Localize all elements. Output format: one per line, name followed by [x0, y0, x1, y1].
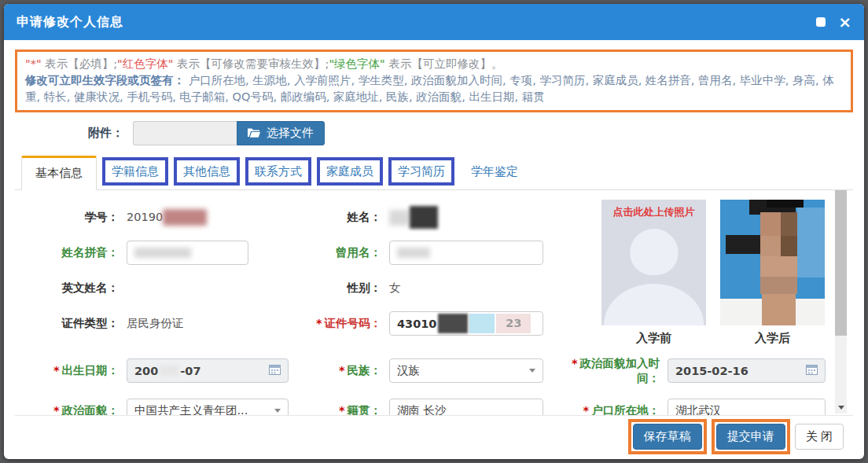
annotation-box-tab-study-history: 学习简历 [388, 157, 454, 186]
name-redaction-dark [410, 206, 438, 229]
tab-bar: 基本信息 学籍信息 其他信息 联系方式 家庭成员 学习简历 学年鉴定 [15, 154, 853, 190]
id-number-input[interactable]: 4301023 [389, 311, 543, 336]
tab-contact[interactable]: 联系方式 [255, 164, 302, 178]
folder-icon [248, 127, 260, 140]
tab-study-history[interactable]: 学习简历 [398, 164, 445, 178]
id-type-label: 证件类型： [24, 316, 127, 331]
native-place-label: *籍贯： [293, 403, 389, 415]
dialog-footer: 保存草稿 提交申请 关 闭 [15, 415, 853, 459]
former-name-input[interactable] [389, 241, 543, 265]
household-label: *户口所在地： [568, 403, 668, 415]
upload-photo-hint: 点击此处上传照片 [601, 205, 706, 219]
id-type-value: 居民身份证 [127, 316, 293, 331]
choose-file-label: 选择文件 [267, 126, 314, 141]
tab-other-info[interactable]: 其他信息 [183, 164, 230, 178]
notice-line-legend: "*" 表示【必填】;"红色字体" 表示【可修改需要审核生效】;"绿色字体" 表… [25, 56, 843, 72]
chevron-down-icon [529, 369, 535, 373]
pinyin-redaction [134, 248, 191, 258]
desktop-background: 申请修改个人信息 × "*" 表示【必填】;"红色字体" 表示【可修改需要审核生… [0, 0, 868, 463]
dialog-header: 申请修改个人信息 × [4, 4, 864, 40]
scrollbar-thumb[interactable] [835, 190, 847, 336]
tab-family[interactable]: 家庭成员 [326, 164, 373, 178]
calendar-icon [806, 364, 818, 377]
student-id-label: 学号： [24, 210, 127, 225]
name-label: 姓名： [293, 210, 389, 225]
annotation-box-submit: 提交申请 [712, 419, 790, 454]
chevron-down-icon [274, 409, 281, 413]
student-id-value: 20190 [127, 209, 293, 226]
english-name-label: 英文姓名： [24, 281, 127, 296]
scrollbar-down-button[interactable] [835, 401, 847, 413]
annotation-box-tab-contact: 联系方式 [245, 157, 311, 186]
modify-personal-info-dialog: 申请修改个人信息 × "*" 表示【必填】;"红色字体" 表示【可修改需要审核生… [4, 4, 864, 459]
photo-before-figure: 点击此处上传照片 入学前 [601, 200, 706, 346]
photo-before-upload[interactable]: 点击此处上传照片 [601, 200, 706, 325]
id-number-redaction-tail: 23 [496, 314, 531, 333]
tab-roll-info[interactable]: 学籍信息 [112, 164, 159, 178]
photo-after-caption: 入学后 [720, 331, 825, 346]
birth-date-input[interactable]: 200-07 [127, 358, 289, 383]
annotation-box-save-draft: 保存草稿 [628, 419, 707, 454]
annotation-box-tab-roll-info: 学籍信息 [102, 157, 168, 186]
dialog-title: 申请修改个人信息 [17, 14, 816, 31]
id-number-label: *证件号码： [293, 316, 389, 331]
photo-before-caption: 入学前 [601, 331, 706, 346]
attachment-row: 附件： 选择文件 [15, 121, 853, 145]
scrollbar[interactable] [835, 190, 847, 413]
political-join-time-input[interactable]: 2015-02-16 [668, 358, 826, 383]
id-number-redaction-blue [469, 314, 495, 333]
birth-date-label: *出生日期： [24, 363, 127, 378]
id-number-redaction-dark [438, 314, 468, 333]
choose-file-button[interactable]: 选择文件 [237, 121, 325, 145]
former-name-redaction [397, 248, 430, 258]
calendar-icon [269, 364, 281, 377]
notice-box: "*" 表示【必填】;"红色字体" 表示【可修改需要审核生效】;"绿色字体" 表… [15, 50, 853, 112]
save-draft-button[interactable]: 保存草稿 [633, 424, 702, 450]
submit-application-button[interactable]: 提交申请 [716, 424, 785, 450]
photo-after-figure: 入学后 [720, 200, 825, 346]
scroll-down-arrow-icon [838, 406, 844, 410]
name-value [389, 206, 579, 229]
close-button[interactable]: 关 闭 [795, 424, 844, 450]
basic-info-panel: 学号： 20190 姓名： 姓名拼音： 曾用名： 英文姓名： 性别： 女 [15, 190, 853, 415]
notice-line-fields: 修改可立即生效字段或页签有： 户口所在地, 生源地, 入学前照片, 学生类型, … [25, 72, 843, 105]
maximize-icon[interactable] [816, 17, 826, 27]
name-redaction-light [389, 210, 410, 226]
gender-value: 女 [389, 281, 579, 296]
political-join-time-label: *政治面貌加入时间： [568, 356, 668, 386]
native-place-input[interactable]: 湖南 长沙 [389, 399, 543, 415]
household-input[interactable]: 湖北武汉 [668, 399, 826, 415]
dialog-body: "*" 表示【必填】;"红色字体" 表示【可修改需要审核生效】;"绿色字体" 表… [4, 40, 864, 459]
former-name-label: 曾用名： [293, 245, 389, 260]
attachment-label: 附件： [15, 126, 133, 141]
annotation-box-tab-other-info: 其他信息 [174, 157, 240, 186]
form-grid-lower: *出生日期： 200-07 *民族： 汉族 *政治面貌加入时间： 2015-02… [24, 351, 829, 415]
political-status-label: *政治面貌： [24, 403, 127, 415]
annotation-box-tab-family: 家庭成员 [317, 157, 383, 186]
political-status-select[interactable]: 中国共产主义青年团... [127, 399, 289, 415]
pinyin-label: 姓名拼音： [24, 245, 127, 260]
dialog-header-icons: × [816, 17, 851, 27]
photo-after-image[interactable] [720, 200, 825, 325]
close-icon[interactable]: × [838, 17, 851, 27]
form-grid-left: 学号： 20190 姓名： 姓名拼音： 曾用名： 英文姓名： 性别： 女 [24, 200, 579, 346]
pinyin-input[interactable] [127, 241, 248, 265]
gender-label: 性别： [293, 281, 389, 296]
silhouette-body [604, 284, 704, 325]
tab-annual-assessment[interactable]: 学年鉴定 [460, 158, 529, 186]
form-upper-section: 学号： 20190 姓名： 姓名拼音： 曾用名： 英文姓名： 性别： 女 [24, 200, 829, 346]
tab-basic-info[interactable]: 基本信息 [21, 156, 97, 190]
attachment-input[interactable] [133, 121, 237, 145]
ethnicity-label: *民族： [293, 363, 389, 378]
photo-panel: 点击此处上传照片 入学前 [579, 200, 829, 346]
birth-date-redaction [160, 366, 178, 376]
silhouette-head [630, 229, 678, 275]
student-id-redaction [163, 209, 207, 226]
ethnicity-select[interactable]: 汉族 [389, 358, 543, 383]
